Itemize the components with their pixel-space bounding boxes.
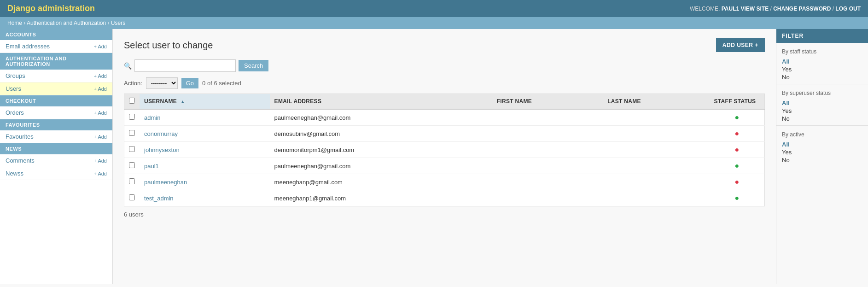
sidebar-section-news: NEWS — [0, 143, 112, 154]
row-checkbox-admin[interactable] — [129, 114, 135, 120]
username-link-paulmeeneghan[interactable]: paulmeeneghan — [144, 179, 187, 186]
filter-section-by-superuser-status: By superuser statusAllYesNo — [776, 84, 868, 126]
staff-status-no-icon: ● — [734, 146, 739, 153]
sidebar-section-favourites: FAVOURITES — [0, 119, 112, 130]
staff-status-no-icon: ● — [734, 178, 739, 186]
sidebar-link-users[interactable]: Users — [6, 85, 21, 92]
table-body: adminpaulmeeneghan@gmail.com●conormurray… — [124, 109, 765, 206]
filter-option-yes: Yes — [782, 65, 862, 73]
filter-section-title: By active — [782, 131, 862, 138]
filter-option-no: No — [782, 115, 862, 123]
row-checkbox-conormurray[interactable] — [129, 130, 135, 136]
sidebar-add-newss[interactable]: + Add — [94, 171, 107, 176]
sidebar-add-favourites[interactable]: + Add — [94, 134, 107, 140]
go-button[interactable]: Go — [181, 78, 198, 88]
sidebar-item-comments[interactable]: Comments+ Add — [0, 154, 112, 167]
selected-count: 0 of 6 selected — [202, 80, 241, 87]
first-name-cell — [492, 126, 603, 142]
search-input[interactable] — [134, 59, 236, 72]
filter-option-all[interactable]: All — [782, 99, 862, 107]
column-first-name[interactable]: FIRST NAME — [492, 94, 603, 110]
last-name-cell — [603, 142, 709, 158]
column-staff-status[interactable]: STAFF STATUS — [710, 94, 765, 110]
sidebar-link-favourites[interactable]: Favourites — [6, 133, 34, 140]
column-username[interactable]: USERNAME ▲ — [140, 94, 270, 110]
column-last-name[interactable]: LAST NAME — [603, 94, 709, 110]
filter-option-all[interactable]: All — [782, 58, 862, 65]
action-label: Action: — [124, 80, 142, 87]
view-site-link[interactable]: VIEW SITE — [740, 6, 769, 12]
email-cell: paulmeeneghan@gmail.com — [270, 158, 492, 174]
add-user-button[interactable]: ADD USER + — [716, 38, 765, 52]
breadcrumb-home[interactable]: Home — [7, 20, 22, 26]
filter-option-yes: Yes — [782, 148, 862, 156]
table-row: paul1paulmeeneghan@gmail.com● — [124, 158, 765, 174]
action-bar: Action: -------- Go 0 of 6 selected — [124, 77, 765, 89]
last-name-cell — [603, 190, 709, 206]
last-name-cell — [603, 126, 709, 142]
sort-arrow-icon: ▲ — [181, 99, 185, 104]
sidebar-item-newss[interactable]: Newss+ Add — [0, 167, 112, 180]
page-header: Select user to change ADD USER + — [124, 38, 765, 52]
action-select[interactable]: -------- — [146, 77, 178, 89]
table-row: johnnysextondemomonitorpm1@gmail.com● — [124, 142, 765, 158]
sidebar-add-email-addresses[interactable]: + Add — [94, 44, 107, 49]
table-header: USERNAME ▲ EMAIL ADDRESS FIRST NAME LAST… — [124, 94, 765, 110]
last-name-cell — [603, 109, 709, 126]
row-checkbox-test_admin[interactable] — [129, 194, 135, 200]
sidebar-add-comments[interactable]: + Add — [94, 158, 107, 164]
main-content: Select user to change ADD USER + 🔍 Searc… — [113, 29, 776, 284]
staff-status-cell: ● — [710, 126, 765, 142]
username-link-admin[interactable]: admin — [144, 114, 160, 121]
users-table: USERNAME ▲ EMAIL ADDRESS FIRST NAME LAST… — [124, 94, 765, 206]
sidebar-add-orders[interactable]: + Add — [94, 110, 107, 116]
sidebar-item-email-addresses[interactable]: Email addresses+ Add — [0, 40, 112, 53]
sidebar-add-groups[interactable]: + Add — [94, 73, 107, 79]
staff-status-cell: ● — [710, 190, 765, 206]
row-checkbox-johnnysexton[interactable] — [129, 146, 135, 152]
column-email[interactable]: EMAIL ADDRESS — [270, 94, 492, 110]
sidebar-item-users[interactable]: Users+ Add — [0, 82, 112, 95]
select-all-checkbox[interactable] — [129, 98, 135, 104]
sidebar-item-orders[interactable]: Orders+ Add — [0, 106, 112, 119]
username-link-conormurray[interactable]: conormurray — [144, 130, 178, 137]
sidebar-link-orders[interactable]: Orders — [6, 109, 24, 116]
row-checkbox-paulmeeneghan[interactable] — [129, 178, 135, 184]
sidebar-link-groups[interactable]: Groups — [6, 72, 25, 79]
filter-option-yes: Yes — [782, 107, 862, 115]
row-checkbox-paul1[interactable] — [129, 162, 135, 168]
change-password-link[interactable]: CHANGE PASSWORD — [773, 6, 831, 12]
email-cell: paulmeeneghan@gmail.com — [270, 109, 492, 126]
add-user-icon: + — [755, 42, 758, 48]
username-link-johnnysexton[interactable]: johnnysexton — [144, 146, 180, 153]
email-cell: demomonitorpm1@gmail.com — [270, 142, 492, 158]
username-link-test_admin[interactable]: test_admin — [144, 195, 174, 202]
username-link-paul1[interactable]: paul1 — [144, 163, 159, 170]
row-count: 6 users — [124, 211, 765, 218]
sidebar-add-users[interactable]: + Add — [94, 86, 107, 92]
log-out-link[interactable]: LOG OUT — [835, 6, 861, 12]
sidebar-link-comments[interactable]: Comments — [6, 157, 35, 164]
sidebar-section-authentication-and-authorization: AUTHENTICATION AND AUTHORIZATION — [0, 53, 112, 70]
breadcrumb-section[interactable]: Authentication and Authorization — [27, 20, 106, 26]
table-row: adminpaulmeeneghan@gmail.com● — [124, 109, 765, 126]
first-name-cell — [492, 190, 603, 206]
filter-panel: FILTER By staff statusAllYesNoBy superus… — [776, 29, 868, 284]
staff-status-cell: ● — [710, 109, 765, 126]
sidebar-item-groups[interactable]: Groups+ Add — [0, 70, 112, 82]
sidebar-link-email-addresses[interactable]: Email addresses — [6, 43, 50, 50]
search-button[interactable]: Search — [239, 60, 268, 71]
filter-option-no: No — [782, 73, 862, 81]
username: PAUL1 — [722, 6, 739, 12]
sidebar-item-favourites[interactable]: Favourites+ Add — [0, 130, 112, 143]
filter-section-by-staff-status: By staff statusAllYesNo — [776, 43, 868, 84]
filter-option-all[interactable]: All — [782, 141, 862, 148]
table-row: test_adminmeeneghanp1@gmail.com● — [124, 190, 765, 206]
breadcrumb: Home › Authentication and Authorization … — [0, 17, 868, 29]
sidebar-link-newss[interactable]: Newss — [6, 170, 23, 177]
select-all-column — [124, 94, 140, 110]
staff-status-yes-icon: ● — [734, 113, 739, 121]
breadcrumb-sep2: › — [108, 20, 111, 26]
staff-status-cell: ● — [710, 174, 765, 190]
column-username-label: USERNAME — [144, 98, 177, 105]
